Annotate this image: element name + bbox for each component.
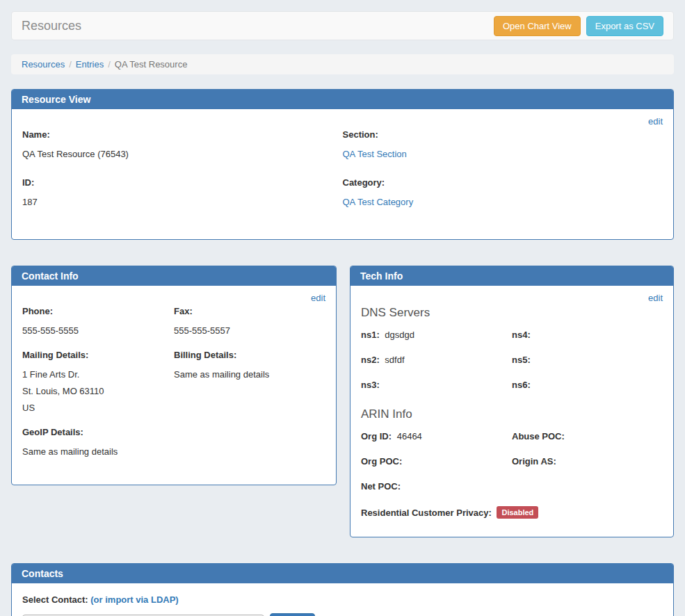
ns2-value: sdfdf [385, 355, 404, 365]
ns1-label: ns1: [361, 330, 380, 340]
resource-view-panel: Resource View edit Name: QA Test Resourc… [11, 89, 674, 240]
mailing-address-line: 1 Fine Arts Dr. [22, 369, 174, 380]
tech-info-edit-link[interactable]: edit [361, 293, 663, 303]
breadcrumb-resources-link[interactable]: Resources [22, 59, 65, 70]
net-poc-label: Net POC: [361, 481, 401, 492]
ns4-label: ns4: [512, 330, 531, 340]
ns2-label: ns2: [361, 355, 380, 365]
abuse-poc-label: Abuse POC: [512, 431, 565, 441]
category-label: Category: [343, 177, 663, 188]
section-link[interactable]: QA Test Section [343, 149, 407, 159]
mailing-address-line: US [22, 403, 174, 413]
dns-left-column: ns1: dgsdgd ns2: sdfdf ns3: [361, 330, 512, 405]
origin-as-label: Origin AS: [512, 456, 556, 467]
residential-privacy-field: Residential Customer Privacy: Disabled [361, 506, 663, 519]
ns6-field: ns6: [512, 380, 663, 390]
fax-value: 555-555-5557 [174, 325, 325, 336]
export-csv-button[interactable]: Export as CSV [586, 16, 663, 36]
mailing-details-field: Mailing Details: 1 Fine Arts Dr. St. Lou… [22, 350, 174, 413]
breadcrumb-entries-link[interactable]: Entries [76, 59, 104, 70]
name-field: Name: QA Test Resource (76543) [22, 129, 343, 159]
breadcrumb: Resources/Entries/QA Test Resource [11, 54, 674, 74]
resource-view-body: edit Name: QA Test Resource (76543) ID: … [12, 109, 673, 239]
category-field: Category: QA Test Category [343, 177, 663, 207]
arin-left-column: Org ID: 46464 Org POC: Net POC: [361, 431, 512, 506]
breadcrumb-current: QA Test Resource [115, 59, 188, 70]
org-id-field: Org ID: 46464 [361, 431, 512, 441]
open-chart-view-button[interactable]: Open Chart View [494, 16, 581, 36]
resource-view-panel-title: Resource View [12, 90, 673, 109]
name-label: Name: [22, 129, 343, 140]
contact-info-panel-title: Contact Info [12, 266, 336, 286]
dns-right-column: ns4: ns5: ns6: [512, 330, 663, 405]
resource-view-right-column: Section: QA Test Section Category: QA Te… [343, 129, 663, 225]
import-via-ldap-link[interactable]: (or import via LDAP) [90, 594, 178, 605]
ns1-field: ns1: dgsdgd [361, 330, 512, 340]
residential-privacy-label: Residential Customer Privacy: [361, 508, 492, 518]
org-poc-field: Org POC: [361, 456, 512, 467]
ns3-field: ns3: [361, 380, 512, 390]
origin-as-field: Origin AS: [512, 456, 663, 467]
id-field: ID: 187 [22, 177, 343, 207]
header-actions: Open Chart View Export as CSV [494, 16, 663, 36]
phone-value: 555-555-5555 [22, 325, 174, 336]
contacts-panel-title: Contacts [12, 564, 673, 583]
net-poc-field: Net POC: [361, 481, 512, 492]
org-poc-label: Org POC: [361, 456, 402, 467]
assign-button[interactable]: Assign [270, 613, 315, 616]
ns5-label: ns5: [512, 355, 531, 365]
page-header: Resources Open Chart View Export as CSV [11, 11, 674, 40]
billing-details-value: Same as mailing details [174, 369, 325, 380]
ns3-label: ns3: [361, 380, 380, 390]
ns1-value: dgsdgd [385, 330, 414, 340]
contact-select-row: Search for a Contact ▼ Assign [22, 613, 663, 616]
fax-field: Fax: 555-555-5557 [174, 306, 325, 336]
breadcrumb-separator: / [69, 59, 72, 70]
select-contact-label-row: Select Contact: (or import via LDAP) [22, 594, 663, 605]
section-label: Section: [343, 129, 663, 140]
mailing-details-label: Mailing Details: [22, 350, 174, 360]
page-title: Resources [22, 19, 81, 33]
contact-info-panel: Contact Info edit Phone: 555-555-5555 Ma… [11, 266, 337, 485]
info-panels-row: Contact Info edit Phone: 555-555-5555 Ma… [11, 266, 674, 537]
select-contact-label: Select Contact: [22, 594, 88, 605]
contacts-panel: Contacts Select Contact: (or import via … [11, 563, 674, 616]
billing-details-field: Billing Details: Same as mailing details [174, 350, 325, 380]
org-id-label: Org ID: [361, 431, 392, 441]
breadcrumb-separator: / [108, 59, 111, 70]
geoip-details-field: GeoIP Details: Same as mailing details [22, 427, 174, 457]
ns6-label: ns6: [512, 380, 531, 390]
contact-info-edit-link[interactable]: edit [22, 293, 325, 303]
ns2-field: ns2: sdfdf [361, 355, 512, 365]
page-container: Resources Open Chart View Export as CSV … [0, 0, 685, 616]
tech-info-panel-title: Tech Info [350, 266, 673, 286]
contact-info-left-column: Phone: 555-555-5555 Mailing Details: 1 F… [22, 306, 174, 471]
phone-field: Phone: 555-555-5555 [22, 306, 174, 336]
abuse-poc-field: Abuse POC: [512, 431, 663, 441]
fax-label: Fax: [174, 306, 325, 316]
id-label: ID: [22, 177, 343, 188]
tech-info-body: edit DNS Servers ns1: dgsdgd ns2: sdfdf [350, 286, 673, 537]
phone-label: Phone: [22, 306, 174, 316]
ns4-field: ns4: [512, 330, 663, 340]
org-id-value: 46464 [397, 431, 422, 441]
arin-right-column: Abuse POC: Origin AS: [512, 431, 663, 506]
ns5-field: ns5: [512, 355, 663, 365]
resource-view-edit-link[interactable]: edit [22, 116, 663, 127]
name-value: QA Test Resource (76543) [22, 149, 343, 159]
tech-info-panel: Tech Info edit DNS Servers ns1: dgsdgd n… [350, 266, 674, 537]
contact-info-body: edit Phone: 555-555-5555 Mailing Details… [12, 286, 336, 485]
resource-view-left-column: Name: QA Test Resource (76543) ID: 187 [22, 129, 343, 225]
privacy-status-badge: Disabled [497, 506, 538, 519]
arin-info-heading: ARIN Info [361, 407, 663, 421]
section-field: Section: QA Test Section [343, 129, 663, 159]
id-value: 187 [22, 197, 343, 207]
geoip-details-label: GeoIP Details: [22, 427, 174, 437]
dns-servers-heading: DNS Servers [361, 306, 663, 320]
mailing-address-line: St. Louis, MO 63110 [22, 386, 174, 396]
billing-details-label: Billing Details: [174, 350, 325, 360]
contacts-body: Select Contact: (or import via LDAP) Sea… [12, 583, 673, 616]
geoip-details-value: Same as mailing details [22, 446, 174, 457]
contact-info-right-column: Fax: 555-555-5557 Billing Details: Same … [174, 306, 325, 471]
category-link[interactable]: QA Test Category [343, 197, 414, 207]
